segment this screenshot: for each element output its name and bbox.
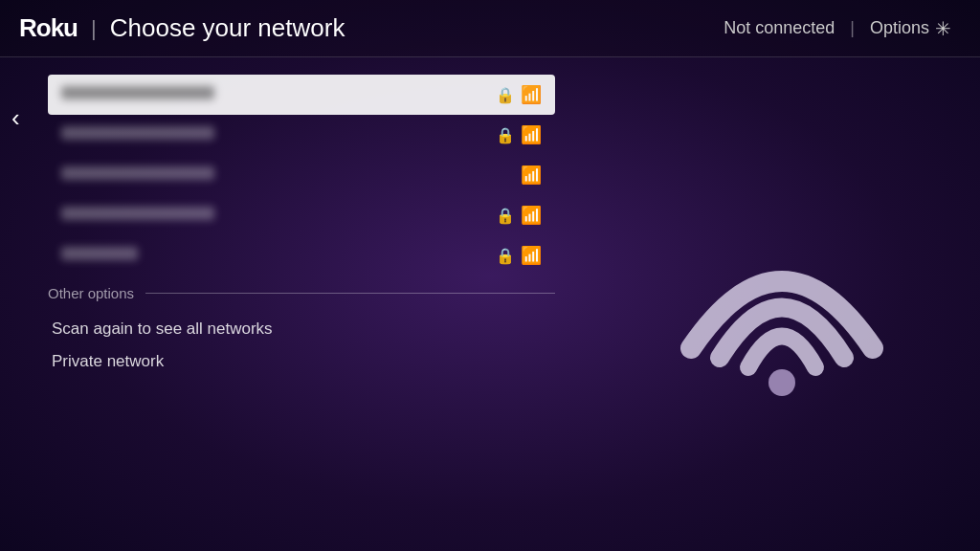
lock-icon: 🔒 <box>496 86 515 104</box>
network-name-blurred <box>61 247 138 260</box>
network-name-blurred <box>61 166 214 180</box>
lock-icon: 🔒 <box>496 126 515 144</box>
left-panel: ‹ 🔒 📶 🔒 📶 <box>19 75 555 536</box>
main-content: ‹ 🔒 📶 🔒 📶 <box>0 57 980 551</box>
network-icons: 🔒 📶 <box>496 124 542 145</box>
network-item[interactable]: 🔒 📶 <box>48 75 555 115</box>
lock-icon: 🔒 <box>496 247 515 265</box>
header: Roku | Choose your network Not connected… <box>0 0 980 57</box>
connection-status: Not connected <box>724 18 835 38</box>
wifi-icon: 📶 <box>521 84 542 105</box>
scan-again-option[interactable]: Scan again to see all networks <box>48 313 555 345</box>
private-network-option[interactable]: Private network <box>48 345 555 378</box>
options-label: Options <box>870 18 929 38</box>
network-item[interactable]: 🔒 📶 <box>48 235 555 276</box>
network-name-blurred <box>61 207 214 220</box>
roku-logo: Roku <box>19 13 78 43</box>
wifi-graphic <box>672 195 882 386</box>
header-left: Roku | Choose your network <box>19 13 345 43</box>
network-item[interactable]: 🔒 📶 <box>48 115 555 155</box>
network-name-blurred <box>61 86 214 99</box>
network-icons: 📶 <box>521 165 542 186</box>
network-item[interactable]: 🔒 📶 <box>48 195 555 235</box>
other-options-section: Other options Scan again to see all netw… <box>48 285 555 378</box>
network-list: 🔒 📶 🔒 📶 📶 <box>48 75 555 276</box>
network-item[interactable]: 📶 <box>48 155 555 195</box>
header-divider: | <box>91 16 97 41</box>
wifi-signal-svg <box>672 195 892 396</box>
network-name-blurred <box>61 126 214 140</box>
right-panel <box>593 75 961 536</box>
other-options-label: Other options <box>48 285 134 301</box>
wifi-dot <box>768 369 795 396</box>
wifi-icon: 📶 <box>521 205 542 226</box>
wifi-icon: 📶 <box>521 124 542 145</box>
header-right-divider: | <box>850 18 855 38</box>
network-icons: 🔒 📶 <box>496 84 542 105</box>
network-icons: 🔒 📶 <box>496 205 542 226</box>
wifi-icon: 📶 <box>521 165 542 186</box>
network-icons: 🔒 📶 <box>496 245 542 266</box>
other-options-header: Other options <box>48 285 555 301</box>
page-title: Choose your network <box>110 13 345 43</box>
back-button[interactable]: ‹ <box>11 103 20 133</box>
other-options-line <box>145 293 555 294</box>
options-button[interactable]: Options ✳ <box>870 17 951 40</box>
wifi-icon: 📶 <box>521 245 542 266</box>
options-icon: ✳ <box>935 17 951 40</box>
lock-icon: 🔒 <box>496 207 515 225</box>
header-right: Not connected | Options ✳ <box>724 17 951 40</box>
